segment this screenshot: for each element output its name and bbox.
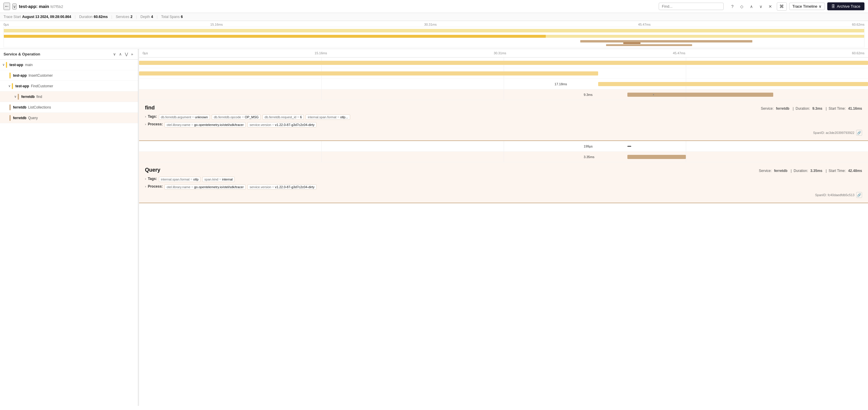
- tick-0: 0μs: [143, 51, 148, 55]
- span-id-link[interactable]: 🔗: [856, 192, 862, 198]
- tick-3: 45.47ms: [673, 51, 685, 55]
- right-span-row-span4[interactable]: 9.3ms: [139, 90, 868, 100]
- color-bar-span2: [9, 73, 11, 78]
- total-spans-value: 6: [181, 15, 183, 19]
- svg-rect-3: [580, 40, 752, 42]
- duration-label: Duration: [79, 15, 92, 19]
- span-bar-span1: [139, 61, 868, 65]
- service-name-span4: ferretdb: [21, 95, 35, 99]
- left-span-row-span3[interactable]: ∨test-appFindCustomer: [0, 81, 138, 92]
- detail-meta-span6: Service: ferretdb | Duration: 3.35ms | S…: [759, 169, 862, 173]
- depth-label: Depth: [141, 15, 150, 19]
- left-span-row-span5[interactable]: ferretdbListCollections: [0, 102, 138, 113]
- tick-1: 15.16ms: [315, 51, 327, 55]
- tick-4: 60.62ms: [852, 51, 864, 55]
- top-nav: ← ∨ test-app: main fd7f5b2 ? ◇ ∧ ∨ ✕ ⌘ T…: [0, 0, 868, 13]
- commit-hash: fd7f5b2: [51, 4, 63, 9]
- tags-row-span4: ›Tags:db.ferretdb.argument = unknowndb.f…: [145, 114, 862, 120]
- tags-values: internal.span.format = otlpspan.kind = i…: [159, 177, 235, 182]
- grid-line: [321, 90, 321, 100]
- trace-meta-bar: Trace Start August 13 2024, 09:28:00.864…: [0, 13, 868, 21]
- kv-tag: internal.span.format = otlp...: [306, 114, 350, 120]
- span-id-link[interactable]: 🔗: [856, 130, 862, 136]
- operation-name-span6: Query: [28, 116, 38, 120]
- tags-label: Tags:: [148, 114, 157, 118]
- span-label-span6: 3.35ms: [584, 155, 594, 159]
- overview-svg: [4, 27, 864, 47]
- span-bar-span6: [627, 155, 686, 159]
- arrow-expand-all-btn[interactable]: »: [130, 51, 134, 57]
- service-name-span2: test-app: [13, 73, 27, 77]
- span-id-value: SpanID: ac3de20399793922: [813, 131, 855, 135]
- back-button[interactable]: ←: [4, 3, 10, 10]
- span-bar-span3: [598, 82, 868, 86]
- operation-name-span4: find: [36, 95, 42, 99]
- archive-trace-button[interactable]: 🗄 Archive Trace: [827, 2, 864, 10]
- span-rows-right: 38.63ms17.18ms9.3msfindService: ferretdb…: [139, 58, 868, 203]
- timeline-ruler: 0μs 15.16ms 30.31ms 45.47ms 60.62ms: [0, 22, 868, 27]
- span-id-row-span6: SpanID: fc40daedfdb5c513🔗: [145, 192, 862, 198]
- span-tick: [653, 94, 654, 95]
- kv-process: service.version = v1.22.0-87-g3d7c2c04-d…: [247, 184, 316, 190]
- color-bar-span6: [9, 115, 11, 121]
- left-span-row-span4[interactable]: ∨ferretdbfind: [0, 92, 138, 102]
- left-span-row-span1[interactable]: ∨test-appmain: [0, 60, 138, 70]
- span-label-span3: 17.18ms: [554, 82, 567, 86]
- kv-tag: db.ferretdb.request_id = 6: [262, 114, 304, 120]
- search-input[interactable]: [659, 3, 724, 10]
- next-button[interactable]: ∨: [757, 2, 765, 11]
- arrow-up-btn[interactable]: ∧: [118, 51, 123, 57]
- service-operation-title: Service & Operation: [4, 52, 40, 56]
- nav-chevron[interactable]: ∨: [12, 4, 17, 9]
- process-chevron[interactable]: ›: [145, 185, 146, 188]
- close-button[interactable]: ✕: [766, 2, 774, 11]
- right-span-row-span6[interactable]: 3.35ms: [139, 151, 868, 162]
- arrow-expand-btn[interactable]: ⋁: [124, 51, 129, 57]
- arrow-down-btn[interactable]: ∨: [112, 51, 117, 57]
- svg-rect-5: [606, 44, 692, 46]
- process-values: otel.library.name = go.opentelemetry.io/…: [164, 184, 316, 190]
- ruler-t4: 60.62ms: [852, 23, 864, 26]
- right-span-row-span5[interactable]: 199μs: [139, 141, 868, 151]
- timeline-overview-chart[interactable]: [4, 27, 864, 47]
- right-span-row-span2[interactable]: 38.63ms: [139, 68, 868, 79]
- ruler-t1: 15.16ms: [210, 23, 223, 26]
- expand-icon-span1[interactable]: ∨: [2, 63, 5, 67]
- kv-tag: internal.span.format = otlp: [159, 177, 201, 182]
- tags-chevron[interactable]: ›: [145, 177, 146, 180]
- span-id-row-span4: SpanID: ac3de20399793922🔗: [145, 130, 862, 136]
- left-span-row-span2[interactable]: test-appInsertCustomer: [0, 70, 138, 81]
- right-span-row-span3[interactable]: 17.18ms: [139, 79, 868, 90]
- sep2: |: [111, 15, 112, 19]
- detail-panel-span6: QueryService: ferretdb | Duration: 3.35m…: [139, 162, 868, 203]
- grid-line: [686, 151, 686, 162]
- operation-name-span1: main: [25, 63, 33, 67]
- left-panel: Service & Operation ∨ ∧ ⋁ » ∨test-appmai…: [0, 49, 138, 406]
- detail-title-span6: Query: [145, 167, 160, 173]
- grid-line: [686, 68, 686, 78]
- grid-line: [504, 141, 504, 151]
- bar-container-span1: [139, 58, 868, 68]
- diamond-button[interactable]: ◇: [738, 2, 746, 11]
- archive-icon: 🗄: [831, 4, 835, 8]
- tags-chevron[interactable]: ›: [145, 115, 146, 118]
- trace-timeline-button[interactable]: Trace Timeline ∨: [789, 3, 825, 10]
- kv-tag: db.ferretdb.opcode = OP_MSG: [212, 114, 261, 120]
- expand-icon-span4[interactable]: ∨: [14, 95, 17, 99]
- span-rows-left: ∨test-appmaintest-appInsertCustomer∨test…: [0, 60, 138, 123]
- ruler-t0: 0μs: [4, 23, 9, 26]
- cmd-button[interactable]: ⌘: [777, 2, 787, 11]
- grid-line: [504, 151, 504, 162]
- left-span-row-span6[interactable]: ferretdbQuery: [0, 113, 138, 123]
- kv-tag: db.ferretdb.argument = unknown: [159, 114, 210, 120]
- service-name-span3: test-app: [16, 84, 29, 88]
- process-chevron[interactable]: ›: [145, 123, 146, 126]
- expand-icon-span3[interactable]: ∨: [8, 84, 11, 88]
- span-id-value: SpanID: fc40daedfdb5c513: [815, 193, 855, 197]
- prev-button[interactable]: ∧: [747, 2, 755, 11]
- sep4: |: [157, 15, 158, 19]
- svg-rect-2: [546, 35, 864, 38]
- help-button[interactable]: ?: [728, 2, 737, 11]
- service-name-span5: ferretdb: [13, 105, 26, 109]
- right-span-row-span1[interactable]: [139, 58, 868, 68]
